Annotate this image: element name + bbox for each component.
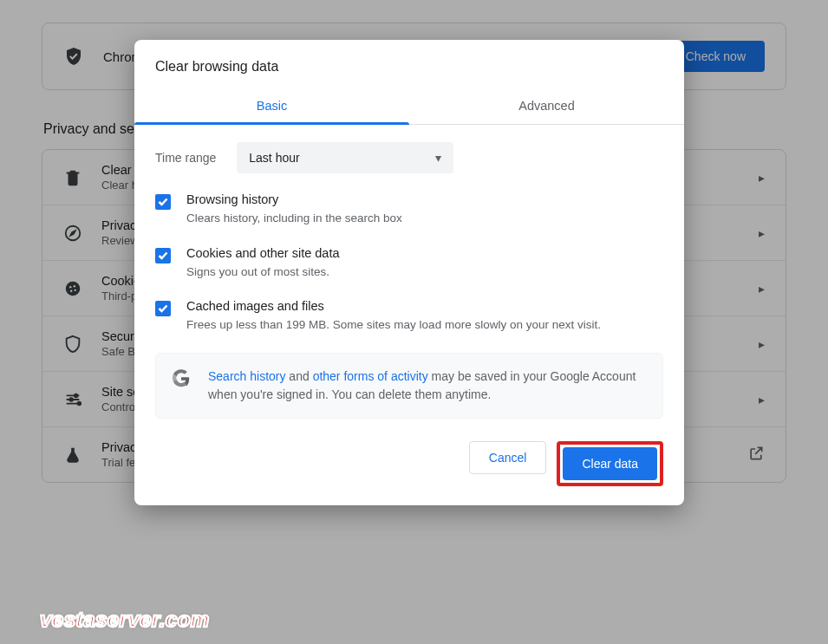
dialog-title: Clear browsing data bbox=[134, 40, 684, 88]
cancel-button[interactable]: Cancel bbox=[469, 441, 547, 474]
dialog-tabs: Basic Advanced bbox=[134, 88, 684, 125]
link-other-activity[interactable]: other forms of activity bbox=[313, 369, 428, 383]
watermark: vestaserver.com bbox=[40, 608, 210, 632]
info-text: Search history and other forms of activi… bbox=[208, 368, 647, 404]
chevron-down-icon: ▾ bbox=[435, 151, 441, 165]
google-account-info: Search history and other forms of activi… bbox=[155, 353, 663, 419]
option-cache: Cached images and files Frees up less th… bbox=[155, 299, 663, 334]
checkbox-cache[interactable] bbox=[155, 301, 171, 316]
tab-basic[interactable]: Basic bbox=[134, 88, 409, 124]
clear-browsing-data-dialog: Clear browsing data Basic Advanced Time … bbox=[134, 40, 684, 505]
time-range-value: Last hour bbox=[249, 151, 299, 165]
tab-advanced[interactable]: Advanced bbox=[409, 88, 684, 124]
highlight-annotation: Clear data bbox=[557, 441, 663, 486]
option-cookies: Cookies and other site data Signs you ou… bbox=[155, 246, 663, 281]
clear-data-button[interactable]: Clear data bbox=[563, 447, 657, 480]
google-icon bbox=[172, 369, 191, 388]
checkbox-cookies[interactable] bbox=[155, 248, 171, 263]
link-search-history[interactable]: Search history bbox=[208, 369, 285, 383]
time-range-select[interactable]: Last hour ▾ bbox=[237, 142, 453, 173]
option-browsing-history: Browsing history Clears history, includi… bbox=[155, 192, 663, 227]
dialog-actions: Cancel Clear data bbox=[134, 424, 684, 486]
time-range-label: Time range bbox=[155, 151, 216, 165]
checkbox-browsing-history[interactable] bbox=[155, 194, 171, 210]
